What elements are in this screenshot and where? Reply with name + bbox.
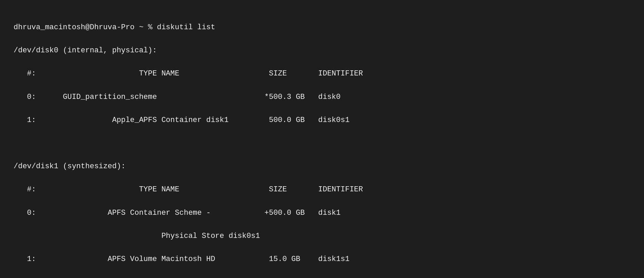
terminal-output: dhruva_macintosh@Dhruva-Pro ~ % diskutil… <box>14 10 630 278</box>
disk1-columns: #: TYPE NAME SIZE IDENTIFIER <box>14 185 363 194</box>
disk1-header: /dev/disk1 (synthesized): <box>14 162 126 171</box>
disk0-columns: #: TYPE NAME SIZE IDENTIFIER <box>14 69 363 78</box>
disk0-row0: 0: GUID_partition_scheme *500.3 GB disk0 <box>14 93 341 101</box>
disk0-header: /dev/disk0 (internal, physical): <box>14 46 157 55</box>
prompt-line: dhruva_macintosh@Dhruva-Pro ~ % diskutil… <box>14 23 215 32</box>
disk1-row0b: Physical Store disk0s1 <box>14 232 260 240</box>
disk1-row0: 0: APFS Container Scheme - +500.0 GB dis… <box>14 209 341 217</box>
disk0-row1: 1: Apple_APFS Container disk1 500.0 GB d… <box>14 116 349 124</box>
disk1-row1: 1: APFS Volume Macintosh HD 15.0 GB disk… <box>14 255 349 263</box>
